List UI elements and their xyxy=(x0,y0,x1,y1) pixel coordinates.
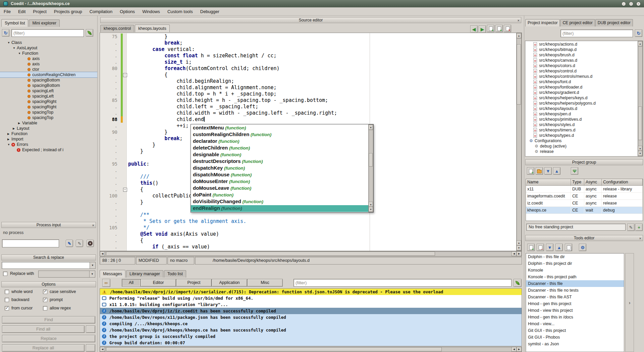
scroll-thumb[interactable] xyxy=(106,347,442,351)
completion-item[interactable]: doMouseEnter (function) xyxy=(191,178,368,185)
menu-custom-tools[interactable]: Custom tools xyxy=(164,8,197,15)
project-group-row[interactable]: iz.coeditCEasyncrelease xyxy=(526,200,643,207)
filter-project-button[interactable]: Project xyxy=(176,279,212,287)
project-file-item[interactable]: src/kheops/controls/menus.d xyxy=(525,74,638,79)
symbol-tree-item[interactable]: ▼Class xyxy=(0,40,97,45)
close-button[interactable]: × xyxy=(636,2,641,6)
scroll-left-icon[interactable]: ◀ xyxy=(512,251,517,256)
gutter-cell[interactable]: 85 xyxy=(100,97,121,104)
completion-item[interactable]: destructDescriptors (function) xyxy=(191,158,368,165)
code-line[interactable]: . { xyxy=(100,237,516,244)
open-folder-button[interactable] xyxy=(536,167,543,175)
code-line[interactable]: 105 */ xyxy=(100,225,516,231)
code-line[interactable]: . break; xyxy=(100,40,516,46)
menu-debugger[interactable]: Debugger xyxy=(197,8,223,15)
tools-editor-close-icon[interactable]: × xyxy=(639,236,641,241)
tab-mini-explorer[interactable]: Mini explorer xyxy=(29,19,60,27)
tab-symbol-list[interactable]: Symbol list xyxy=(1,19,28,27)
add-file-button[interactable]: + xyxy=(495,25,503,32)
symbols-smart-filter-button[interactable] xyxy=(86,29,93,37)
go-forward-button[interactable]: ▶ xyxy=(479,25,486,33)
collapse-arrow-icon[interactable]: ▼ xyxy=(18,52,22,55)
move-down-button[interactable]: ▼ xyxy=(546,244,553,251)
message-row[interactable]: /home/basile/Dev/dproj/iz/import/iz/seri… xyxy=(100,289,522,295)
symbol-tree-item[interactable]: axis xyxy=(0,61,97,67)
filter-application-button[interactable]: Application xyxy=(212,279,247,287)
scroll-thumb[interactable] xyxy=(369,153,373,167)
column-name[interactable]: Name xyxy=(526,179,571,186)
tab-library-manager[interactable]: Library manager xyxy=(126,270,163,278)
replace-with-checkbox[interactable] xyxy=(3,272,7,276)
column-configuration[interactable]: Configuration xyxy=(602,179,643,186)
symbol-tree-item[interactable]: spacingTop xyxy=(0,115,97,120)
process-pen-button[interactable]: ✎ xyxy=(66,240,73,247)
scroll-left-icon[interactable]: ◀ xyxy=(100,347,105,352)
project-file-item[interactable]: src/kheops/styles.d xyxy=(525,122,638,127)
gutter-cell[interactable]: . xyxy=(100,218,121,225)
symbol-tree-item[interactable]: spacingRight xyxy=(0,99,97,104)
filter-editor-button[interactable]: Editor xyxy=(141,279,176,287)
symbol-tree-item[interactable]: !Expected ; instead of i xyxy=(0,147,97,153)
symbol-tree-item[interactable]: ▶Variable xyxy=(0,120,97,126)
tool-item[interactable]: Hmod - gen this in /docs xyxy=(526,314,624,320)
project-group-row[interactable]: imageformats.coeditCEasyncrelease xyxy=(526,193,643,200)
gutter-cell[interactable]: 95 xyxy=(100,161,121,167)
tool-item[interactable]: Dscanner - this file xyxy=(526,280,624,287)
code-line[interactable]: 75 } xyxy=(100,34,516,40)
project-file-item[interactable]: src/kheops/fontloader.d xyxy=(525,84,638,90)
free-standing-add-button[interactable]: + xyxy=(635,224,643,231)
project-file-item[interactable]: src/kheops/types.d xyxy=(525,133,638,138)
replace-button[interactable]: Replace xyxy=(2,335,95,342)
replace-all-button[interactable]: Replace all xyxy=(2,344,85,352)
scroll-up-icon[interactable]: ▲ xyxy=(638,146,642,151)
move-up-button[interactable]: ▲ xyxy=(553,167,560,175)
editor-hscrollbar[interactable]: ◀◀▶ xyxy=(100,251,522,256)
source-editor-close-icon[interactable]: × xyxy=(518,18,520,23)
symbol-tree-item[interactable]: ▶Import xyxy=(0,136,97,142)
project-group-row[interactable]: kheops.ceCEwaitdebug xyxy=(526,207,643,214)
symbol-tree-item[interactable]: spacingBottom xyxy=(0,83,97,88)
editor-tab-kheops-layouts[interactable]: kheops.layouts xyxy=(135,24,169,32)
scroll-up-icon[interactable]: ▲ xyxy=(369,202,373,207)
symbol-tree-item[interactable]: spacingRight xyxy=(0,104,97,110)
gutter-cell[interactable]: . xyxy=(100,104,121,110)
gutter-cell[interactable]: . xyxy=(100,148,121,155)
column-async[interactable]: Async xyxy=(584,179,602,186)
inspector-refresh-button[interactable]: ↻ xyxy=(635,30,642,37)
gutter-cell[interactable]: 75 xyxy=(100,34,121,40)
code-line[interactable]: . if (_axis == value) xyxy=(100,244,516,250)
project-file-item[interactable]: src/kheops/pen.d xyxy=(525,111,638,117)
completion-item[interactable]: doPaint (function) xyxy=(191,192,368,198)
gutter-cell[interactable]: . xyxy=(100,46,121,53)
gutter-cell[interactable]: . xyxy=(100,40,121,46)
message-row[interactable]: /home/basile/Dev/repos/x11/package.json … xyxy=(100,314,522,320)
search-option-backward[interactable]: backward xyxy=(5,297,30,302)
search-term-combo[interactable]: ▼ xyxy=(2,262,96,269)
completion-item[interactable]: endRealign (function) xyxy=(191,205,368,212)
process-input-close-icon[interactable]: × xyxy=(92,223,94,228)
gutter-cell[interactable]: 80 xyxy=(100,65,121,72)
messages-hscrollbar[interactable]: ◀◀▶ xyxy=(100,347,522,352)
process-kill-button[interactable]: × xyxy=(87,240,94,247)
backward-checkbox[interactable] xyxy=(5,298,9,302)
editor-vscrollbar[interactable]: ▲▲▼ xyxy=(516,33,522,251)
symbols-refresh-button[interactable]: ↻ xyxy=(2,29,9,37)
menu-project[interactable]: Project xyxy=(29,8,50,15)
remove-tool-button[interactable]: − xyxy=(537,244,544,251)
project-file-item[interactable]: src/kheops/helpers/keys.d xyxy=(525,95,638,101)
gutter-cell[interactable]: . xyxy=(100,174,121,180)
tool-item[interactable]: Dolphin - this project dir xyxy=(526,260,624,267)
configuration-item[interactable]: ⚙debug (active) xyxy=(525,143,638,149)
message-row[interactable]: x11 1.0.15: building configuration "libr… xyxy=(100,301,522,308)
chevron-down-icon[interactable]: ▼ xyxy=(90,262,95,269)
collapse-arrow-icon[interactable]: ▼ xyxy=(7,41,11,44)
symbol-tree-item[interactable]: axis xyxy=(0,56,97,61)
new-item-button[interactable]: + xyxy=(527,167,534,175)
search-option-case-sensitive[interactable]: case sensitive xyxy=(43,289,76,294)
completion-item[interactable]: deleteChildren (function) xyxy=(191,145,368,152)
project-file-item[interactable]: src/kheops/canvas.d xyxy=(525,58,638,63)
add-tool-button[interactable]: + xyxy=(527,244,535,251)
code-line[interactable]: 80 foreach(CustomControl child; children… xyxy=(100,65,516,72)
completion-item[interactable]: dispatchKey (function) xyxy=(191,165,368,172)
symbol-tree-item[interactable]: ▼×Errors xyxy=(0,142,97,147)
